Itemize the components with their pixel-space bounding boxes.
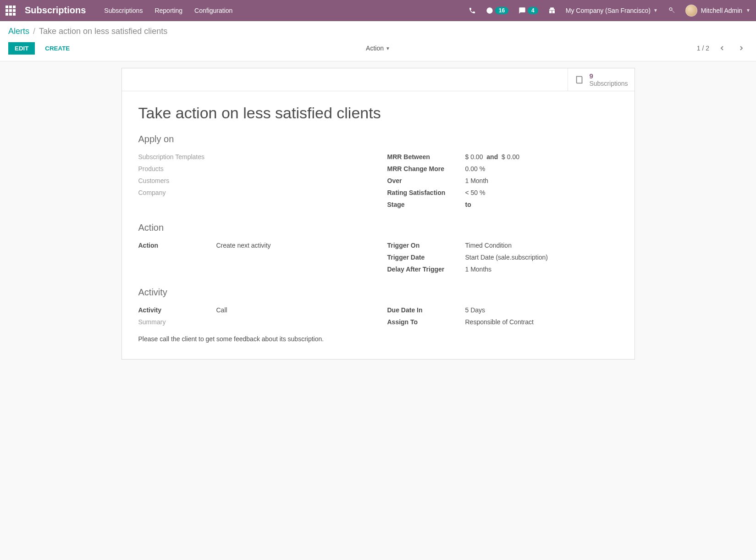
section-action-title: Action (138, 222, 618, 233)
company-name: My Company (San Francisco) (566, 7, 651, 14)
stat-label: Subscriptions (589, 80, 628, 87)
value-trigger-on: Timed Condition (465, 242, 512, 249)
action-label: Action (366, 44, 384, 52)
activities-badge: 16 (495, 7, 508, 14)
value-activity: Call (216, 306, 227, 314)
messages-badge: 4 (528, 7, 538, 14)
messages-icon[interactable]: 4 (519, 7, 538, 14)
caret-down-icon: ▼ (746, 8, 750, 13)
stat-subscriptions-button[interactable]: 9 Subscriptions (568, 68, 634, 91)
breadcrumb-row: Alerts / Take action on less satisfied c… (0, 21, 756, 36)
topbar: Subscriptions Subscriptions Reporting Co… (0, 0, 756, 21)
label-subscription-templates: Subscription Templates (138, 153, 216, 161)
app-brand[interactable]: Subscriptions (25, 5, 86, 16)
mrr-high: $ 0.00 (502, 153, 519, 161)
label-assign: Assign To (387, 318, 465, 326)
label-customers: Customers (138, 177, 216, 184)
apply-on-right: MRR Between $ 0.00 and $ 0.00 MRR Change… (387, 151, 618, 211)
phone-icon[interactable] (469, 7, 476, 14)
create-button[interactable]: CREATE (40, 42, 74, 55)
value-assign: Responsible of Contract (465, 318, 534, 326)
label-due: Due Date In (387, 306, 465, 314)
user-menu[interactable]: Mitchell Admin ▼ (685, 5, 750, 17)
label-trigger-date: Trigger Date (387, 254, 465, 261)
record-title: Take action on less satisfied clients (138, 104, 618, 122)
user-name: Mitchell Admin (701, 7, 742, 14)
value-stage-to: to (465, 201, 471, 208)
breadcrumb-sep: / (33, 27, 35, 36)
apply-on-left: Subscription Templates Products Customer… (138, 151, 369, 211)
activities-icon[interactable]: 16 (486, 7, 508, 14)
menu-configuration[interactable]: Configuration (194, 7, 232, 14)
mrr-low: $ 0.00 (465, 153, 483, 161)
label-rating: Rating Satisfaction (387, 189, 465, 196)
menu-reporting[interactable]: Reporting (155, 7, 182, 14)
mrr-and: and (485, 153, 500, 161)
activity-right: Due Date In5 Days Assign ToResponsible o… (387, 304, 618, 328)
sheet-wrap: 9 Subscriptions Take action on less sati… (0, 61, 756, 378)
value-action: Create next activity (216, 242, 271, 249)
menu-subscriptions[interactable]: Subscriptions (104, 7, 143, 14)
breadcrumb: Alerts / Take action on less satisfied c… (8, 27, 748, 36)
action-dropdown[interactable]: Action ▼ (366, 44, 390, 52)
label-delay: Delay After Trigger (387, 266, 465, 273)
value-trigger-date: Start Date (sale.subscription) (465, 254, 548, 261)
next-record-button[interactable] (735, 42, 748, 55)
pager: 1 / 2 (697, 42, 748, 55)
form-sheet: 9 Subscriptions Take action on less sati… (121, 68, 635, 360)
company-switcher[interactable]: My Company (San Francisco) ▼ (566, 7, 658, 14)
apps-icon[interactable] (6, 6, 16, 16)
label-action: Action (138, 242, 216, 249)
activity-left: ActivityCall Summary (138, 304, 369, 328)
value-delay: 1 Months (465, 266, 492, 273)
gift-icon[interactable] (548, 7, 556, 14)
top-menu: Subscriptions Reporting Configuration (104, 7, 232, 14)
stat-count: 9 (589, 72, 628, 80)
label-mrr-between: MRR Between (387, 153, 465, 161)
label-trigger-on: Trigger On (387, 242, 465, 249)
prev-record-button[interactable] (716, 42, 728, 55)
section-activity: ActivityCall Summary Due Date In5 Days A… (138, 304, 618, 328)
label-summary: Summary (138, 318, 216, 326)
section-apply-on-title: Apply on (138, 134, 618, 144)
breadcrumb-parent[interactable]: Alerts (8, 27, 29, 36)
section-apply-on: Subscription Templates Products Customer… (138, 151, 618, 211)
value-over: 1 Month (465, 177, 489, 184)
breadcrumb-current: Take action on less satisfied clients (39, 27, 167, 36)
activity-note: Please call the client to get some feedb… (138, 335, 618, 343)
debug-icon[interactable] (668, 7, 675, 14)
label-products: Products (138, 165, 216, 172)
caret-down-icon: ▼ (653, 8, 658, 13)
section-activity-title: Activity (138, 287, 618, 298)
label-over: Over (387, 177, 465, 184)
value-rating: < 50 % (465, 189, 486, 196)
book-icon (574, 75, 585, 85)
avatar (685, 5, 697, 17)
caret-down-icon: ▼ (386, 46, 390, 51)
edit-button[interactable]: EDIT (8, 42, 35, 55)
section-action: ActionCreate next activity Trigger OnTim… (138, 239, 618, 275)
pager-text[interactable]: 1 / 2 (697, 44, 709, 52)
stat-row: 9 Subscriptions (122, 68, 635, 91)
value-due: 5 Days (465, 306, 486, 314)
action-left: ActionCreate next activity (138, 239, 369, 275)
value-mrr-change: 0.00 % (465, 165, 486, 172)
label-company: Company (138, 189, 216, 196)
label-stage: Stage (387, 201, 465, 208)
action-right: Trigger OnTimed Condition Trigger DateSt… (387, 239, 618, 275)
label-mrr-change: MRR Change More (387, 165, 465, 172)
topbar-right: 16 4 My Company (San Francisco) ▼ Mitche… (469, 5, 750, 17)
value-mrr-between: $ 0.00 and $ 0.00 (465, 153, 520, 161)
label-activity: Activity (138, 306, 216, 314)
control-bar: EDIT CREATE Action ▼ 1 / 2 (0, 36, 756, 61)
sheet-body: Take action on less satisfied clients Ap… (122, 91, 635, 359)
